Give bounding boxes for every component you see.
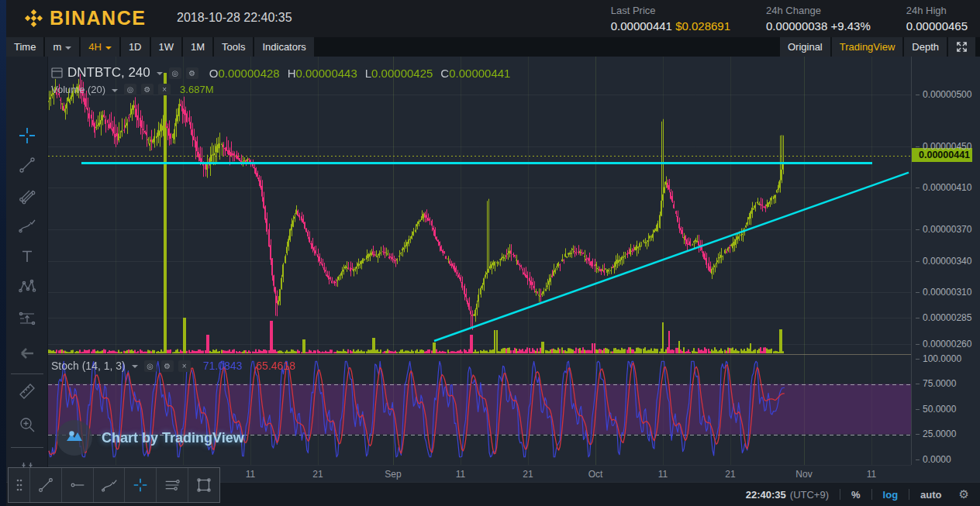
binance-diamond-icon — [23, 8, 44, 29]
left-edge-strip — [0, 0, 6, 506]
fav-crosshair-icon[interactable] — [125, 468, 157, 502]
header-datetime: 2018-10-28 22:40:35 — [177, 11, 292, 25]
log-scale-toggle[interactable]: log — [883, 489, 899, 501]
tab-depth[interactable]: Depth — [904, 37, 947, 57]
tab-tradingview[interactable]: TradingView — [832, 37, 903, 57]
ohlc-values: O0.00000428 H0.00000443 L0.00000425 C0.0… — [209, 67, 511, 80]
status-timezone[interactable]: (UTC+9) — [790, 489, 829, 501]
interval-1d-button[interactable]: 1D — [121, 37, 150, 57]
fav-brush-icon[interactable] — [94, 468, 126, 502]
binance-logo[interactable]: BINANCE — [23, 7, 146, 29]
ticker-stats: Last Price 0.00000441 $0.028691 24h Chan… — [611, 5, 968, 33]
tools-divider — [11, 447, 43, 448]
time-tick-label: 21 — [707, 469, 754, 480]
chevron-down-icon[interactable] — [112, 89, 118, 92]
time-tick-label: Nov — [781, 469, 827, 480]
stoch-tick-label: 0.0000 — [916, 454, 951, 465]
xabcd-pattern-tool-icon[interactable] — [17, 277, 37, 297]
price-tick-label: 0.00000260 — [916, 339, 971, 349]
fullscreen-expand-icon — [956, 41, 968, 53]
tradingview-logo-icon — [57, 420, 92, 456]
tools-divider — [11, 373, 43, 374]
symbol-interval-label[interactable]: DNTBTC, 240 — [67, 65, 150, 81]
volume-legend-row[interactable]: Volume (20) ◎ ⚙ × 3.687M — [51, 84, 213, 95]
symbol-legend-row[interactable]: DNTBTC, 240 ◎ ⚙ O0.00000428 H0.00000443 … — [51, 65, 510, 81]
brush-tool-icon[interactable] — [17, 215, 37, 236]
close-icon[interactable]: × — [158, 84, 171, 95]
stoch-tick-label: 25.0000 — [916, 429, 956, 439]
price-tick-label: 0.00000450 — [916, 141, 971, 152]
chevron-down-icon[interactable] — [132, 365, 138, 368]
top-header-bar: BINANCE 2018-10-28 22:40:35 Last Price 0… — [0, 0, 980, 37]
volume-label: Volume (20) — [51, 84, 105, 95]
divider — [909, 489, 909, 500]
stat-24h-change: 24h Change 0.00000038 +9.43% — [766, 5, 871, 33]
stoch-d-value: 65.4618 — [256, 360, 295, 372]
divider — [871, 489, 872, 500]
chart-menu-icon[interactable] — [51, 67, 63, 78]
interval-1m-button[interactable]: 1M — [183, 37, 212, 57]
time-tick-label: 21 — [295, 469, 341, 480]
time-tick-label: 21 — [505, 469, 551, 480]
stat-24h-high: 24h High 0.00000465 — [906, 5, 968, 33]
gann-fib-tool-icon[interactable] — [17, 186, 37, 206]
price-axis[interactable]: 0.00000441 0.000005000.000004500.0000041… — [911, 57, 980, 465]
text-tool-icon[interactable] — [17, 246, 37, 267]
visibility-icon[interactable]: ◎ — [169, 67, 181, 79]
tools-button[interactable]: Tools — [214, 37, 253, 57]
brand-text: BINANCE — [50, 7, 146, 29]
interval-1w-button[interactable]: 1W — [151, 37, 182, 57]
time-tick-label: 11 — [848, 469, 895, 480]
price-tick-label: 0.00000410 — [916, 182, 971, 193]
indicators-button[interactable]: Indicators — [254, 37, 313, 57]
price-tick-label: 0.00000285 — [916, 312, 971, 323]
stoch-legend-row[interactable]: Stoch (14, 1, 3) ◎ ⚙ × 71.0843 65.4618 — [51, 360, 295, 372]
interval-minutes-dropdown[interactable]: m — [45, 37, 79, 57]
settings-gear-icon[interactable]: ⚙ — [959, 487, 969, 501]
crosshair-tool-icon[interactable] — [17, 126, 37, 146]
chevron-down-icon — [65, 46, 71, 50]
volume-value: 3.687M — [180, 84, 213, 95]
auto-scale-toggle[interactable]: auto — [920, 489, 941, 501]
time-tick-label: 11 — [640, 469, 686, 480]
visibility-icon[interactable]: ◎ — [144, 360, 157, 372]
ruler-tool-icon[interactable] — [17, 381, 37, 401]
interval-4h-dropdown[interactable]: 4H — [81, 37, 119, 57]
time-tick-label: Sep — [370, 469, 416, 480]
price-tick-label: 0.00000310 — [916, 287, 971, 298]
time-tick-label: 11 — [437, 469, 484, 480]
drawing-tools-sidebar — [6, 57, 48, 506]
tradingview-watermark[interactable]: Chart by TradingView — [57, 420, 244, 456]
fav-rectangle-icon[interactable] — [188, 468, 219, 502]
trend-line-tool-icon[interactable] — [17, 155, 37, 175]
visibility-icon[interactable]: ◎ — [124, 84, 136, 95]
time-tick-label: 11 — [227, 469, 274, 480]
undo-arrow-icon[interactable] — [17, 343, 37, 363]
fav-horizontal-line-icon[interactable] — [62, 468, 94, 502]
chart-toolbar: Time m 4H 1D 1W 1M Tools Indicators Orig… — [0, 37, 980, 57]
settings-gear-icon[interactable]: ⚙ — [186, 67, 198, 79]
stoch-label: Stoch (14, 1, 3) — [51, 360, 126, 372]
favorite-tools-bar — [8, 467, 220, 503]
percent-scale-toggle[interactable]: % — [851, 489, 861, 501]
drag-grip-handle[interactable] — [9, 468, 30, 502]
fav-parallel-channel-icon[interactable] — [157, 468, 188, 502]
price-tick-label: 0.00000340 — [916, 256, 971, 267]
forecast-tool-icon[interactable] — [17, 308, 37, 329]
price-chart-canvas[interactable] — [48, 57, 911, 465]
chevron-down-icon[interactable] — [157, 72, 163, 75]
chart-mode-tabs: Original TradingView Depth — [780, 37, 980, 57]
stat-last-price: Last Price 0.00000441 $0.028691 — [611, 5, 730, 33]
stoch-tick-label: 50.0000 — [916, 404, 956, 415]
tab-original[interactable]: Original — [780, 37, 830, 57]
time-tick-label: Oct — [572, 469, 619, 480]
watermark-text: Chart by TradingView — [102, 430, 244, 446]
settings-gear-icon[interactable]: ⚙ — [141, 84, 154, 95]
zoom-in-tool-icon[interactable] — [17, 415, 37, 435]
settings-gear-icon[interactable]: ⚙ — [161, 360, 174, 372]
toolbar-time-label[interactable]: Time — [6, 37, 43, 57]
status-controls: 22:40:35 (UTC+9) % log auto ⚙ — [746, 483, 969, 506]
close-icon[interactable]: × — [178, 360, 191, 372]
fullscreen-button[interactable] — [948, 37, 975, 57]
fav-trend-line-icon[interactable] — [30, 468, 62, 502]
